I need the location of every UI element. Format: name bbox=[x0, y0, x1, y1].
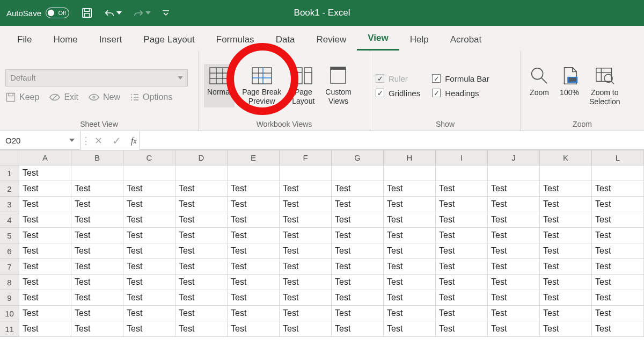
cell[interactable]: Test bbox=[436, 290, 488, 306]
qat-customize[interactable] bbox=[160, 8, 171, 18]
cell[interactable]: Test bbox=[384, 259, 436, 275]
cell[interactable]: Test bbox=[280, 197, 332, 212]
cell[interactable]: Test bbox=[488, 243, 540, 259]
cell[interactable]: Test bbox=[592, 212, 644, 228]
column-header[interactable]: G bbox=[332, 150, 384, 165]
redo-button[interactable] bbox=[131, 6, 152, 20]
cell[interactable]: Test bbox=[488, 290, 540, 306]
cell[interactable]: Test bbox=[332, 181, 384, 197]
cell[interactable]: Test bbox=[540, 321, 592, 337]
cell[interactable]: Test bbox=[436, 181, 488, 197]
cell[interactable] bbox=[123, 165, 175, 181]
cell[interactable]: Test bbox=[592, 197, 644, 212]
cell[interactable]: Test bbox=[592, 306, 644, 321]
cell[interactable]: Test bbox=[280, 321, 332, 337]
cell[interactable]: Test bbox=[19, 212, 71, 228]
cell[interactable]: Test bbox=[540, 197, 592, 212]
tab-acrobat[interactable]: Acrobat bbox=[440, 29, 493, 51]
cell[interactable]: Test bbox=[280, 259, 332, 275]
undo-button[interactable] bbox=[103, 6, 123, 20]
cell[interactable]: Test bbox=[384, 181, 436, 197]
cell[interactable]: Test bbox=[228, 275, 280, 290]
row-header[interactable]: 4 bbox=[0, 212, 19, 228]
cell[interactable]: Test bbox=[540, 181, 592, 197]
cell[interactable]: Test bbox=[71, 321, 123, 337]
cell[interactable]: Test bbox=[19, 165, 71, 181]
row-header[interactable]: 2 bbox=[0, 181, 19, 197]
cell[interactable]: Test bbox=[19, 243, 71, 259]
cell[interactable]: Test bbox=[175, 290, 228, 306]
cell[interactable]: Test bbox=[540, 212, 592, 228]
cell[interactable]: Test bbox=[332, 259, 384, 275]
cell[interactable]: Test bbox=[280, 212, 332, 228]
cell[interactable]: Test bbox=[175, 275, 228, 290]
cell[interactable]: Test bbox=[123, 259, 175, 275]
cell[interactable]: Test bbox=[71, 228, 123, 243]
cell[interactable]: Test bbox=[592, 228, 644, 243]
cell[interactable]: Test bbox=[19, 290, 71, 306]
row-header[interactable]: 8 bbox=[0, 275, 19, 290]
cell[interactable] bbox=[71, 165, 123, 181]
cell[interactable]: Test bbox=[228, 321, 280, 337]
cell[interactable]: Test bbox=[123, 181, 175, 197]
cell[interactable]: Test bbox=[488, 197, 540, 212]
row-header[interactable]: 9 bbox=[0, 290, 19, 306]
cell[interactable]: Test bbox=[228, 243, 280, 259]
column-header[interactable]: H bbox=[384, 150, 436, 165]
cell[interactable]: Test bbox=[19, 259, 71, 275]
cell[interactable]: Test bbox=[436, 197, 488, 212]
cell[interactable]: Test bbox=[175, 306, 228, 321]
cell[interactable]: Test bbox=[332, 243, 384, 259]
page-layout-button[interactable]: Page Layout bbox=[289, 64, 318, 107]
tab-home[interactable]: Home bbox=[42, 29, 88, 51]
tab-view[interactable]: View bbox=[357, 27, 399, 51]
cell[interactable]: Test bbox=[71, 259, 123, 275]
cell[interactable]: Test bbox=[228, 228, 280, 243]
cell[interactable]: Test bbox=[488, 275, 540, 290]
cell[interactable]: Test bbox=[71, 290, 123, 306]
cell[interactable] bbox=[280, 165, 332, 181]
cell[interactable]: Test bbox=[540, 290, 592, 306]
cell[interactable]: Test bbox=[175, 197, 228, 212]
cell[interactable]: Test bbox=[592, 321, 644, 337]
name-box[interactable]: O20 bbox=[0, 131, 80, 150]
cell[interactable]: Test bbox=[332, 212, 384, 228]
cell[interactable]: Test bbox=[592, 243, 644, 259]
row-header[interactable]: 10 bbox=[0, 306, 19, 321]
cell[interactable]: Test bbox=[384, 228, 436, 243]
cell[interactable]: Test bbox=[332, 290, 384, 306]
tab-review[interactable]: Review bbox=[306, 29, 357, 51]
column-header[interactable]: J bbox=[488, 150, 540, 165]
cell[interactable]: Test bbox=[71, 212, 123, 228]
row-header[interactable]: 5 bbox=[0, 228, 19, 243]
custom-views-button[interactable]: Custom Views bbox=[322, 64, 354, 107]
column-header[interactable]: F bbox=[280, 150, 332, 165]
column-header[interactable]: E bbox=[228, 150, 280, 165]
cell[interactable]: Test bbox=[384, 321, 436, 337]
zoom-button[interactable]: Zoom bbox=[526, 63, 553, 107]
formula-bar-checkbox[interactable]: ✓Formula Bar bbox=[432, 74, 489, 83]
cell[interactable]: Test bbox=[175, 181, 228, 197]
cell[interactable]: Test bbox=[228, 212, 280, 228]
cell[interactable]: Test bbox=[384, 212, 436, 228]
column-header[interactable]: K bbox=[540, 150, 592, 165]
column-header[interactable]: B bbox=[71, 150, 123, 165]
options-button[interactable]: Options bbox=[130, 92, 172, 103]
sheet-view-select[interactable]: Default bbox=[5, 69, 188, 87]
cell[interactable]: Test bbox=[540, 275, 592, 290]
cell[interactable] bbox=[592, 165, 644, 181]
row-header[interactable]: 11 bbox=[0, 321, 19, 337]
tab-formulas[interactable]: Formulas bbox=[206, 29, 265, 51]
cell[interactable]: Test bbox=[71, 243, 123, 259]
keep-button[interactable]: Keep bbox=[5, 92, 39, 103]
cell[interactable]: Test bbox=[123, 228, 175, 243]
cell[interactable]: Test bbox=[384, 290, 436, 306]
autosave-toggle[interactable]: AutoSave Off bbox=[6, 8, 69, 18]
column-header[interactable]: I bbox=[436, 150, 488, 165]
cell[interactable]: Test bbox=[332, 306, 384, 321]
page-break-preview-button[interactable]: Page Break Preview bbox=[239, 64, 284, 107]
cell[interactable]: Test bbox=[123, 243, 175, 259]
cell[interactable]: Test bbox=[488, 259, 540, 275]
cell[interactable]: Test bbox=[19, 228, 71, 243]
row-header[interactable]: 3 bbox=[0, 197, 19, 212]
